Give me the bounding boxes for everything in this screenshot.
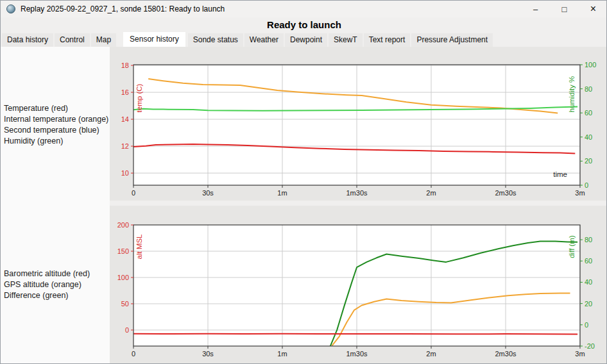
svg-text:1m30s: 1m30s [346, 350, 368, 358]
tab-pressure-adjustment[interactable]: Pressure Adjustment [411, 33, 493, 47]
legend-humidity: Humidity (green) [4, 136, 108, 147]
svg-text:18: 18 [121, 62, 129, 69]
svg-text:50: 50 [121, 300, 129, 308]
tab-sensor-history[interactable]: Sensor history [123, 32, 185, 47]
y-right-axis-label: diff (m) [568, 235, 576, 258]
legend-temperature: Temperature (red) [4, 103, 108, 114]
window-controls: – □ × [521, 1, 607, 17]
svg-text:2m30s: 2m30s [495, 189, 517, 197]
svg-text:-20: -20 [585, 342, 595, 350]
tab-skewt[interactable]: SkewT [329, 33, 363, 47]
maximize-button[interactable]: □ [550, 1, 579, 17]
svg-text:30s: 30s [202, 350, 214, 358]
tab-map[interactable]: Map [91, 33, 116, 47]
legend-second-temperature: Second temperature (blue) [4, 125, 108, 136]
svg-text:150: 150 [117, 247, 129, 255]
x-axis-label: time [553, 170, 567, 178]
title-bar: Replay 2025-09-22_0927_1, sonde 15801: R… [1, 1, 607, 17]
legend-gps-altitude: GPS altitude (orange) [4, 279, 90, 290]
minimize-button[interactable]: – [521, 1, 550, 17]
bottom-chart-legend: Barometric altitude (red) GPS altitude (… [4, 269, 90, 301]
svg-text:14: 14 [121, 115, 129, 123]
svg-text:1m: 1m [277, 350, 287, 358]
temperature-humidity-chart: 030s1m1m30s2m2m30s3m10121416180204060801… [110, 47, 607, 201]
tab-weather[interactable]: Weather [244, 33, 284, 47]
tab-dewpoint[interactable]: Dewpoint [285, 33, 327, 47]
svg-text:40: 40 [585, 278, 592, 286]
tab-data-history[interactable]: Data history [2, 33, 53, 47]
tab-text-report[interactable]: Text report [364, 33, 411, 47]
svg-text:2m: 2m [426, 350, 436, 358]
svg-text:200: 200 [117, 221, 129, 229]
svg-text:40: 40 [585, 133, 592, 141]
altitude-chart: 030s1m1m30s2m2m30s3m050100150200-2002040… [110, 206, 607, 364]
svg-text:3m: 3m [575, 350, 585, 358]
svg-text:12: 12 [121, 142, 129, 150]
chart-region: 030s1m1m30s2m2m30s3m10121416180204060801… [110, 47, 607, 364]
svg-text:2m30s: 2m30s [495, 350, 517, 358]
svg-text:20: 20 [585, 300, 592, 308]
svg-text:0: 0 [132, 350, 135, 358]
svg-text:80: 80 [585, 85, 592, 93]
svg-text:60: 60 [585, 109, 592, 117]
svg-text:20: 20 [585, 157, 592, 165]
barometric-altitude-line [133, 334, 577, 335]
status-heading: Ready to launch [1, 19, 607, 30]
svg-text:0: 0 [125, 326, 129, 334]
svg-text:60: 60 [585, 257, 592, 265]
svg-text:16: 16 [121, 88, 129, 96]
top-chart-legend: Temperature (red) Internal temperature (… [4, 103, 108, 147]
legend-difference: Difference (green) [4, 290, 90, 301]
svg-text:0: 0 [585, 321, 588, 329]
tab-sonde-status[interactable]: Sonde status [188, 33, 243, 47]
app-icon [6, 4, 15, 13]
close-button[interactable]: × [579, 1, 607, 17]
sidebar: Temperature (red) Internal temperature (… [1, 47, 110, 364]
svg-text:80: 80 [585, 236, 592, 244]
svg-text:100: 100 [585, 61, 596, 69]
tab-bar: Data historyControlMapSensor historySond… [2, 33, 607, 47]
tab-control[interactable]: Control [55, 33, 90, 47]
svg-text:100: 100 [117, 274, 129, 281]
svg-text:3m: 3m [575, 189, 585, 197]
svg-text:10: 10 [121, 169, 129, 177]
svg-text:30s: 30s [202, 189, 214, 197]
y-left-axis-label: temp (C) [135, 83, 143, 112]
legend-barometric-altitude: Barometric altitude (red) [4, 269, 90, 279]
app-window: { "window": { "title": "Replay 2025-09-2… [0, 0, 607, 364]
svg-text:0: 0 [132, 189, 135, 197]
window-title: Replay 2025-09-22_0927_1, sonde 15801: R… [21, 4, 225, 13]
legend-internal-temperature: Internal temperature (orange) [4, 114, 108, 125]
svg-text:1m: 1m [277, 189, 287, 197]
y-left-axis-label: alt MSL [135, 234, 143, 260]
svg-text:1m30s: 1m30s [346, 189, 368, 197]
svg-text:0: 0 [585, 181, 588, 189]
y-right-axis-label: humidity % [568, 76, 576, 112]
svg-text:2m: 2m [426, 189, 436, 197]
